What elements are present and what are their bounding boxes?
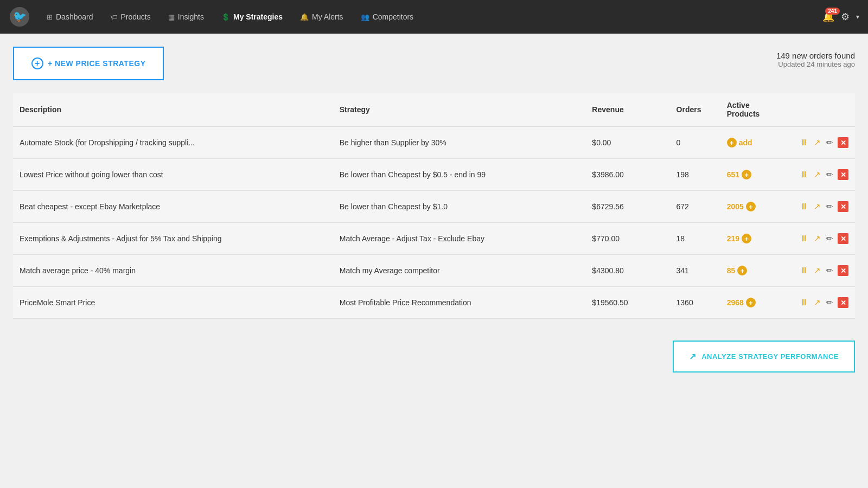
pause-button[interactable]: ⏸: [799, 137, 809, 149]
pause-icon: ⏸: [800, 202, 808, 211]
table-row: PriceMole Smart PriceMost Profitable Pri…: [13, 287, 855, 319]
delete-button[interactable]: ✕: [838, 137, 848, 148]
row-revenue: $770.00: [585, 223, 669, 255]
edit-button[interactable]: ✏: [825, 137, 834, 149]
x-icon: ✕: [840, 267, 846, 275]
pause-button[interactable]: ⏸: [799, 233, 809, 245]
col-header-actions: [788, 93, 855, 126]
active-count: 219: [727, 234, 739, 243]
row-actions: ⏸↗✏✕: [788, 287, 855, 319]
edit-button[interactable]: ✏: [825, 201, 834, 213]
row-description: PriceMole Smart Price: [13, 287, 333, 319]
row-revenue: $19560.50: [585, 287, 669, 319]
trend-icon: ↗: [814, 234, 821, 243]
pause-icon: ⏸: [800, 138, 808, 147]
new-price-strategy-button[interactable]: + + NEW PRICE STRATEGY: [13, 47, 164, 80]
row-description: Lowest Price without going lower than co…: [13, 159, 333, 191]
table-row: Beat cheapest - except Ebay MarketplaceB…: [13, 191, 855, 223]
row-revenue: $0.00: [585, 126, 669, 159]
pause-button[interactable]: ⏸: [799, 297, 809, 309]
pencil-icon: ✏: [826, 234, 833, 243]
edit-button[interactable]: ✏: [825, 169, 834, 181]
pause-icon: ⏸: [800, 234, 808, 243]
row-strategy: Most Profitable Price Recommendation: [333, 287, 586, 319]
row-description: Automate Stock (for Dropshipping / track…: [13, 126, 333, 159]
row-active-products: 2968+: [720, 287, 788, 319]
row-strategy: Be lower than Cheapest by $0.5 - end in …: [333, 159, 586, 191]
dropdown-arrow[interactable]: ▾: [856, 13, 859, 21]
row-description: Exemptions & Adjustments - Adjust for 5%…: [13, 223, 333, 255]
add-more-icon[interactable]: +: [746, 202, 756, 211]
pause-button[interactable]: ⏸: [799, 201, 809, 213]
add-more-icon[interactable]: +: [746, 298, 756, 307]
pause-button[interactable]: ⏸: [799, 265, 809, 277]
settings-button[interactable]: ⚙: [841, 11, 850, 23]
add-more-icon[interactable]: +: [742, 234, 751, 243]
pause-button[interactable]: ⏸: [799, 169, 809, 181]
pencil-icon: ✏: [826, 170, 833, 179]
col-header-active-products: Active Products: [720, 93, 788, 126]
table-header: Description Strategy Revenue Orders Acti…: [13, 93, 855, 126]
add-product-link[interactable]: add: [739, 138, 752, 147]
x-icon: ✕: [840, 139, 846, 147]
row-active-products: 2005+: [720, 191, 788, 223]
table-body: Automate Stock (for Dropshipping / track…: [13, 126, 855, 319]
edit-button[interactable]: ✏: [825, 265, 834, 277]
nav-insights[interactable]: ▦ Insights: [161, 8, 212, 25]
add-more-icon[interactable]: +: [737, 266, 747, 275]
nav-dashboard[interactable]: ⊞ Dashboard: [39, 8, 101, 25]
trend-icon: ↗: [814, 202, 821, 211]
row-revenue: $4300.80: [585, 255, 669, 287]
top-row: + + NEW PRICE STRATEGY 149 new orders fo…: [13, 47, 855, 80]
row-active-products: 85+: [720, 255, 788, 287]
trend-icon: ↗: [814, 266, 821, 275]
delete-button[interactable]: ✕: [838, 169, 848, 180]
delete-button[interactable]: ✕: [838, 265, 848, 276]
table-row: Lowest Price without going lower than co…: [13, 159, 855, 191]
row-description: Beat cheapest - except Ebay Marketplace: [13, 191, 333, 223]
x-icon: ✕: [840, 235, 846, 243]
orders-count-label: 149 new orders found: [776, 51, 855, 60]
delete-button[interactable]: ✕: [838, 297, 848, 308]
notification-button[interactable]: 🔔 241: [822, 11, 834, 23]
trend-button[interactable]: ↗: [813, 265, 822, 277]
nav-products[interactable]: 🏷 Products: [103, 8, 158, 25]
delete-button[interactable]: ✕: [838, 233, 848, 244]
trend-button[interactable]: ↗: [813, 233, 822, 245]
trend-button[interactable]: ↗: [813, 169, 822, 181]
plus-icon: +: [31, 57, 43, 69]
row-active-products: + add: [720, 126, 788, 159]
edit-button[interactable]: ✏: [825, 297, 834, 309]
col-header-strategy: Strategy: [333, 93, 586, 126]
row-orders: 1360: [670, 287, 720, 319]
main-content: + + NEW PRICE STRATEGY 149 new orders fo…: [0, 34, 868, 386]
nav-my-strategies[interactable]: 💲 My Strategies: [214, 8, 290, 25]
pause-icon: ⏸: [800, 266, 808, 275]
row-revenue: $6729.56: [585, 191, 669, 223]
delete-button[interactable]: ✕: [838, 201, 848, 212]
trend-button[interactable]: ↗: [813, 201, 822, 213]
strategies-icon: 💲: [221, 13, 230, 21]
col-header-description: Description: [13, 93, 333, 126]
edit-button[interactable]: ✏: [825, 233, 834, 245]
row-actions: ⏸↗✏✕: [788, 223, 855, 255]
active-count: 2005: [727, 202, 744, 211]
pencil-icon: ✏: [826, 202, 833, 211]
row-actions: ⏸↗✏✕: [788, 255, 855, 287]
nav-competitors[interactable]: 👥 Competitors: [353, 8, 421, 25]
analyze-strategy-button[interactable]: ↗ ANALYZE STRATEGY PERFORMANCE: [673, 341, 855, 373]
nav-my-alerts[interactable]: 🔔 My Alerts: [292, 8, 351, 25]
notification-badge: 241: [825, 8, 840, 15]
analyze-icon: ↗: [689, 351, 697, 362]
trend-button[interactable]: ↗: [813, 297, 822, 309]
row-actions: ⏸↗✏✕: [788, 159, 855, 191]
add-product-circle[interactable]: +: [727, 138, 737, 147]
col-header-orders: Orders: [670, 93, 720, 126]
row-strategy: Match Average - Adjust Tax - Exclude Eba…: [333, 223, 586, 255]
table-row: Exemptions & Adjustments - Adjust for 5%…: [13, 223, 855, 255]
row-orders: 0: [670, 126, 720, 159]
trend-button[interactable]: ↗: [813, 137, 822, 149]
competitors-icon: 👥: [361, 13, 369, 21]
add-more-icon[interactable]: +: [742, 170, 751, 179]
table-row: Automate Stock (for Dropshipping / track…: [13, 126, 855, 159]
